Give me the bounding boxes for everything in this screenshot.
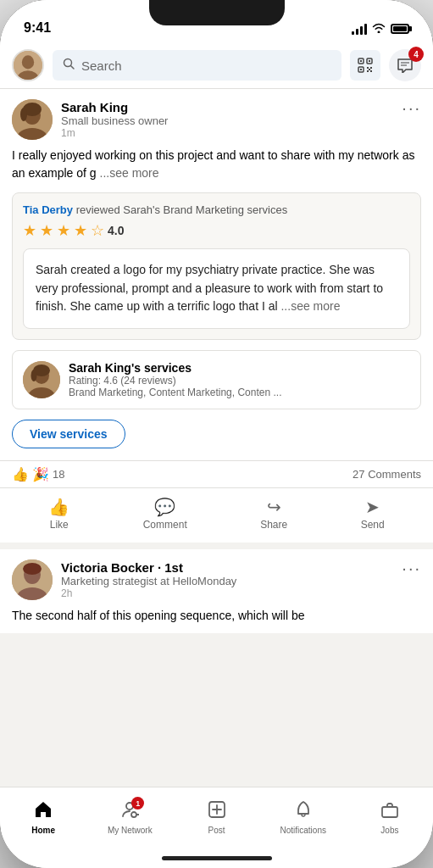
comment-icon: 💬 xyxy=(154,497,175,517)
services-tags: Brand Marketing, Content Marketing, Cont… xyxy=(69,387,281,398)
post2-time: 2h xyxy=(61,587,236,599)
svg-rect-10 xyxy=(360,69,362,70)
messages-button[interactable]: 4 xyxy=(389,49,421,81)
feed: Sarah King Small business owner 1m ··· I… xyxy=(0,89,433,787)
svg-point-31 xyxy=(23,563,42,575)
phone-frame: 9:41 xyxy=(0,0,433,868)
post-label: Post xyxy=(208,826,225,835)
wifi-icon xyxy=(372,22,386,36)
status-icons xyxy=(352,22,409,36)
send-icon: ➤ xyxy=(365,497,380,517)
post1-reactions: 👍 🎉 18 27 Comments xyxy=(0,460,433,487)
reaction-count: 18 xyxy=(53,468,64,481)
status-time: 9:41 xyxy=(24,20,51,36)
notifications-icon xyxy=(294,800,313,824)
svg-rect-15 xyxy=(369,69,370,70)
nav-jobs[interactable]: Jobs xyxy=(347,800,433,835)
post2-author: Victoria Bocker · 1st Marketing strategi… xyxy=(12,559,236,600)
post1-see-more[interactable]: ...see more xyxy=(100,166,159,180)
rating-number: 4.0 xyxy=(108,224,124,237)
notch xyxy=(149,0,285,25)
post2-header: Victoria Bocker · 1st Marketing strategi… xyxy=(0,549,433,607)
post1-header: Sarah King Small business owner 1m ··· xyxy=(0,89,433,147)
post1-author-info: Sarah King Small business owner 1m xyxy=(61,100,168,139)
svg-rect-38 xyxy=(382,807,397,817)
post2-author-name: Victoria Bocker · 1st xyxy=(61,560,236,575)
messages-badge: 4 xyxy=(408,47,424,62)
comments-count[interactable]: 27 Comments xyxy=(353,468,421,481)
post1-author-avatar[interactable] xyxy=(12,99,53,140)
svg-point-22 xyxy=(20,108,27,121)
qr-code-button[interactable] xyxy=(350,50,380,81)
home-icon xyxy=(34,800,53,824)
svg-rect-13 xyxy=(367,70,369,72)
star-half: ☆ xyxy=(91,221,104,240)
post1-author: Sarah King Small business owner 1m xyxy=(12,99,168,140)
nav-notifications[interactable]: Notifications xyxy=(260,800,347,835)
services-inner: Sarah King's services Rating: 4.6 (24 re… xyxy=(13,351,420,409)
review-card: Tia Derby reviewed Sarah's Brand Marketi… xyxy=(12,192,421,340)
view-services-button[interactable]: View services xyxy=(12,420,125,448)
bottom-nav: Home 1 My Network xyxy=(0,787,433,848)
svg-line-4 xyxy=(71,66,75,70)
post2-author-avatar[interactable] xyxy=(12,559,53,600)
send-label: Send xyxy=(361,519,385,531)
search-bar[interactable]: Search xyxy=(53,50,341,81)
search-placeholder: Search xyxy=(81,58,122,73)
nav-network[interactable]: 1 My Network xyxy=(86,800,173,835)
svg-rect-8 xyxy=(369,60,370,62)
share-label: Share xyxy=(260,519,287,531)
celebrate-emoji: 🎉 xyxy=(32,466,49,482)
post1-author-title: Small business owner xyxy=(61,114,168,127)
send-button[interactable]: ➤ Send xyxy=(351,492,395,536)
home-bar xyxy=(162,856,272,860)
header-user-avatar[interactable] xyxy=(12,49,44,81)
review-header-text: reviewed Sarah's Brand Marketing service… xyxy=(76,203,288,216)
svg-rect-6 xyxy=(360,60,362,62)
post2-author-title: Marketing strategist at HelloMonday xyxy=(61,575,236,587)
jobs-icon xyxy=(380,800,399,824)
post-card-1: Sarah King Small business owner 1m ··· I… xyxy=(0,89,433,542)
services-box: Sarah King's services Rating: 4.6 (24 re… xyxy=(12,350,421,409)
nav-post[interactable]: Post xyxy=(173,800,259,835)
nav-home[interactable]: Home xyxy=(0,800,86,835)
network-badge-wrap: 1 xyxy=(120,800,139,824)
battery-icon xyxy=(391,24,409,34)
services-info: Sarah King's services Rating: 4.6 (24 re… xyxy=(69,361,281,398)
star-4: ★ xyxy=(74,221,87,240)
signal-bars-icon xyxy=(352,23,367,35)
services-avatar xyxy=(23,361,60,398)
share-button[interactable]: ↪ Share xyxy=(250,492,297,536)
search-icon xyxy=(63,58,75,73)
post2-more-button[interactable]: ··· xyxy=(402,559,421,576)
svg-rect-14 xyxy=(370,70,372,72)
home-label: Home xyxy=(31,826,55,835)
review-text-box: Sarah created a logo for my psychiatry p… xyxy=(23,248,410,329)
linkedin-header: Search xyxy=(0,42,433,89)
post1-more-button[interactable]: ··· xyxy=(402,99,421,116)
services-name: Sarah King's services xyxy=(69,361,281,375)
post1-author-name: Sarah King xyxy=(61,100,168,114)
svg-rect-11 xyxy=(367,67,369,69)
like-label: Like xyxy=(50,519,69,531)
post1-time: 1m xyxy=(61,127,168,139)
reaction-left: 👍 🎉 18 xyxy=(12,466,64,482)
like-button[interactable]: 👍 Like xyxy=(38,492,80,536)
network-badge: 1 xyxy=(131,797,144,810)
star-3: ★ xyxy=(57,221,70,240)
post1-text: I really enjoyed working on this project… xyxy=(0,147,433,192)
share-icon: ↪ xyxy=(267,497,281,517)
notifications-label: Notifications xyxy=(280,826,325,835)
jobs-label: Jobs xyxy=(380,826,398,835)
review-see-more[interactable]: ...see more xyxy=(280,299,340,313)
comment-label: Comment xyxy=(143,519,187,531)
star-1: ★ xyxy=(23,221,36,240)
network-label: My Network xyxy=(108,826,153,835)
like-emoji: 👍 xyxy=(12,466,29,482)
comment-button[interactable]: 💬 Comment xyxy=(133,492,197,536)
svg-point-27 xyxy=(31,370,37,381)
post2-author-info: Victoria Bocker · 1st Marketing strategi… xyxy=(61,560,236,599)
home-indicator xyxy=(0,848,433,868)
post1-actions: 👍 Like 💬 Comment ↪ Share ➤ Send xyxy=(0,487,433,542)
like-icon: 👍 xyxy=(48,497,69,517)
